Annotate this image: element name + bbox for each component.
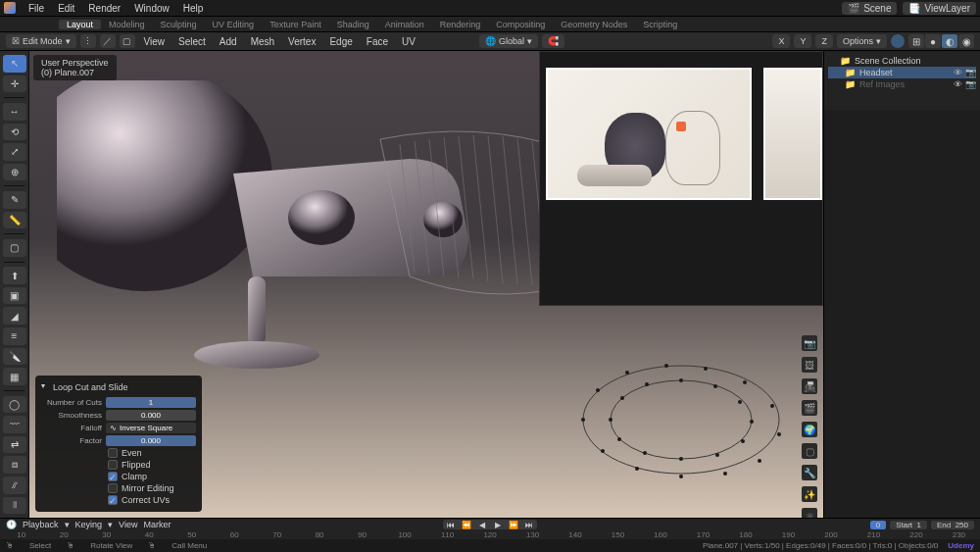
header-vertex[interactable]: Vertex — [283, 36, 320, 47]
properties-panel[interactable] — [824, 110, 980, 518]
header-edge[interactable]: Edge — [324, 36, 357, 47]
tool-addcube[interactable]: ▢ — [3, 239, 26, 257]
correct-uvs-checkbox[interactable]: ✓ — [108, 495, 118, 505]
play-reverse[interactable]: ◀ — [474, 520, 490, 529]
tab-viewlayer[interactable]: 📠 — [802, 378, 817, 394]
tab-layout[interactable]: Layout — [59, 20, 101, 29]
tab-render-props[interactable]: 📷 — [802, 335, 817, 351]
options-dropdown[interactable]: Options ▾ — [837, 34, 887, 48]
tab-compositing[interactable]: Compositing — [488, 20, 553, 29]
header-select[interactable]: Select — [173, 36, 211, 47]
cuts-value[interactable]: 1 — [106, 397, 196, 408]
tab-sculpting[interactable]: Sculpting — [153, 20, 205, 29]
timeline-view[interactable]: View — [119, 520, 137, 529]
timeline[interactable]: 🕐 Playback▾ Keying▾ View Marker ⏮ ⏪ ◀ ▶ … — [0, 518, 980, 539]
tool-rip[interactable]: ⦀ — [3, 497, 26, 515]
menu-file[interactable]: File — [22, 3, 51, 14]
3d-viewport[interactable]: User Perspective (0) Plane.007 — [29, 51, 823, 518]
tab-scripting[interactable]: Scripting — [635, 20, 685, 29]
select-mode-edge[interactable]: ／ — [100, 34, 116, 48]
tool-cursor[interactable]: ✛ — [3, 75, 26, 93]
tab-uvediting[interactable]: UV Editing — [205, 20, 263, 29]
tool-smooth[interactable]: 〰 — [3, 416, 26, 433]
outliner-item-ref[interactable]: 📁 Ref Images👁 📷 — [828, 78, 976, 90]
current-frame[interactable]: 0 — [870, 521, 886, 529]
timeline-dropdown-icon[interactable]: 🕐 — [6, 520, 17, 529]
header-face[interactable]: Face — [362, 36, 393, 47]
tool-edge-slide[interactable]: ⇄ — [3, 436, 26, 454]
tab-scene-props[interactable]: 🎬 — [802, 400, 817, 416]
tab-modifiers[interactable]: 🔧 — [802, 465, 817, 480]
tab-world[interactable]: 🌍 — [802, 422, 817, 437]
outliner[interactable]: 📁 Scene Collection 📁 Headset👁 📷 📁 Ref Im… — [824, 51, 980, 110]
tool-bevel[interactable]: ◢ — [3, 307, 26, 325]
tool-knife[interactable]: 🔪 — [3, 348, 26, 366]
header-mesh[interactable]: Mesh — [246, 36, 279, 47]
shading-dropdown-icon[interactable] — [891, 34, 905, 48]
header-add[interactable]: Add — [215, 36, 242, 47]
jump-end[interactable]: ⏭ — [521, 520, 537, 529]
shading-matcap[interactable]: ◐ — [942, 34, 957, 48]
operator-title[interactable]: Loop Cut and Slide — [35, 379, 202, 396]
jump-start[interactable]: ⏮ — [443, 520, 459, 529]
play[interactable]: ▶ — [490, 520, 506, 529]
tab-animation[interactable]: Animation — [377, 20, 432, 29]
tool-transform[interactable]: ⊕ — [3, 164, 26, 181]
outliner-scene-collection[interactable]: 📁 Scene Collection — [828, 55, 976, 67]
shading-wireframe[interactable]: ⊞ — [908, 34, 924, 48]
tool-loopcut[interactable]: ≡ — [3, 327, 26, 345]
tool-tweak[interactable]: ↖ — [3, 55, 26, 73]
tool-shrink[interactable]: ⧈ — [3, 456, 26, 474]
tab-object[interactable]: ▢ — [802, 443, 817, 459]
keyframe-next[interactable]: ⏩ — [506, 520, 521, 529]
gizmo-y[interactable]: Y — [794, 34, 811, 48]
tab-particles[interactable]: ✨ — [802, 486, 817, 502]
even-checkbox[interactable] — [108, 448, 118, 458]
reference-image-panel[interactable] — [539, 51, 823, 306]
tool-polybuild[interactable]: ▦ — [3, 368, 26, 385]
tool-shear[interactable]: ⫽ — [3, 477, 26, 494]
timeline-keying[interactable]: Keying — [75, 520, 103, 529]
falloff-dropdown[interactable]: ∿ Inverse Square — [106, 423, 196, 433]
snap-toggle[interactable]: 🧲 — [542, 34, 564, 48]
tab-modeling[interactable]: Modeling — [101, 20, 153, 29]
tool-move[interactable]: ↔ — [3, 103, 26, 121]
smooth-value[interactable]: 0.000 — [106, 410, 196, 421]
viewlayer-selector[interactable]: 📑 ViewLayer — [903, 2, 976, 15]
factor-value[interactable]: 0.000 — [106, 435, 196, 446]
tab-texturepaint[interactable]: Texture Paint — [262, 20, 329, 29]
tool-spin[interactable]: ◯ — [3, 396, 26, 414]
menu-edit[interactable]: Edit — [51, 3, 81, 14]
orientation-dropdown[interactable]: 🌐 Global ▾ — [479, 34, 538, 48]
mirror-checkbox[interactable] — [108, 483, 118, 493]
tool-measure[interactable]: 📏 — [3, 212, 26, 229]
timeline-marker[interactable]: Marker — [143, 520, 171, 529]
tab-output[interactable]: 🖼 — [802, 357, 817, 373]
flipped-checkbox[interactable] — [108, 460, 118, 470]
tool-scale[interactable]: ⤢ — [3, 143, 26, 161]
tool-rotate[interactable]: ⟲ — [3, 124, 26, 141]
gizmo-x[interactable]: X — [772, 34, 790, 48]
timeline-ruler[interactable]: 1020 3040 5060 7080 90100 110120 130140 … — [0, 530, 980, 539]
scene-selector[interactable]: 🎬 Scene — [842, 2, 897, 15]
header-uv[interactable]: UV — [397, 36, 420, 47]
tab-physics[interactable]: ⚛ — [802, 508, 817, 518]
start-frame[interactable]: Start 1 — [890, 521, 927, 529]
clamp-checkbox[interactable]: ✓ — [108, 472, 118, 481]
end-frame[interactable]: End 250 — [931, 521, 974, 529]
tab-geonodes[interactable]: Geometry Nodes — [553, 20, 635, 29]
menu-help[interactable]: Help — [176, 3, 211, 14]
gizmo-z[interactable]: Z — [815, 34, 833, 48]
tool-inset[interactable]: ▣ — [3, 287, 26, 305]
tab-rendering[interactable]: Rendering — [432, 20, 489, 29]
outliner-item-headset[interactable]: 📁 Headset👁 📷 — [828, 67, 976, 78]
tool-extrude[interactable]: ⬆ — [3, 267, 26, 284]
shading-solid[interactable]: ● — [925, 34, 941, 48]
select-mode-face[interactable]: ▢ — [120, 34, 135, 48]
timeline-playback[interactable]: Playback — [23, 520, 59, 529]
keyframe-prev[interactable]: ⏪ — [459, 520, 474, 529]
menu-window[interactable]: Window — [127, 3, 176, 14]
tool-annotate[interactable]: ✎ — [3, 191, 26, 209]
tab-shading[interactable]: Shading — [329, 20, 377, 29]
header-view[interactable]: View — [139, 36, 171, 47]
